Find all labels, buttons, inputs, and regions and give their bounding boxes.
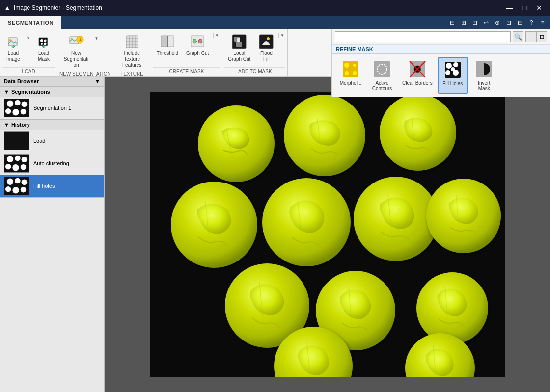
sidebar: Data Browser ▼ ▼ Segmentations — [0, 77, 105, 392]
history-section: ▼ History Load — [0, 120, 104, 198]
sidebar-header-label: Data Browser — [4, 78, 39, 84]
create-mask-dropdown[interactable]: ▼ — [213, 33, 220, 38]
clear-borders-button[interactable]: Clear Borders — [399, 57, 436, 94]
svg-point-71 — [21, 109, 27, 115]
svg-point-81 — [7, 179, 13, 185]
history-label: History — [11, 122, 30, 128]
threshold-button[interactable]: Threshold — [153, 31, 182, 58]
fill-holes-button[interactable]: Fill Holes — [438, 57, 468, 94]
refine-grid-view[interactable]: ⊞ — [536, 31, 547, 42]
ribbon-group-texture-items: Include TextureFeatures — [115, 31, 149, 70]
include-texture-button[interactable]: Include TextureFeatures — [115, 31, 149, 70]
segmentation-1-item[interactable]: Segmentation 1 — [0, 97, 104, 119]
svg-rect-2 — [39, 38, 48, 46]
main-layout: Data Browser ▼ ▼ Segmentations — [0, 77, 550, 392]
svg-point-23 — [198, 39, 202, 43]
svg-point-36 — [344, 63, 349, 68]
svg-point-1 — [9, 39, 11, 41]
history-auto-thumb — [4, 154, 29, 173]
graph-cut-label: Graph Cut — [186, 51, 209, 56]
history-auto-item[interactable]: Auto clustering — [0, 152, 104, 175]
new-segmentation-button[interactable]: + NewSegmentation — [59, 31, 93, 70]
clear-borders-icon — [408, 59, 427, 79]
clear-borders-label: Clear Borders — [402, 80, 433, 86]
new-seg-dropdown[interactable]: ▼ — [93, 31, 100, 45]
sidebar-header[interactable]: Data Browser ▼ — [0, 77, 104, 87]
ribbon-btn-5[interactable]: ⊕ — [492, 17, 503, 28]
minimize-button[interactable]: — — [503, 1, 517, 15]
ribbon-group-texture: Include TextureFeatures TEXTURE — [113, 29, 151, 76]
refine-mask-items: Morphol... ActiveContours — [332, 54, 550, 97]
refine-list-view[interactable]: ≡ — [525, 31, 536, 42]
svg-point-76 — [22, 157, 28, 163]
svg-rect-42 — [382, 61, 390, 69]
svg-point-66 — [7, 101, 13, 107]
add-mask-dropdown[interactable]: ▼ — [278, 33, 285, 38]
history-header[interactable]: ▼ History — [0, 120, 104, 130]
active-contours-label: ActiveContours — [372, 80, 392, 91]
invert-mask-button[interactable]: InvertMask — [469, 57, 499, 94]
svg-point-55 — [446, 63, 452, 69]
canvas-area[interactable] — [105, 77, 550, 392]
local-graph-cut-button[interactable]: LocalGraph Cut — [224, 31, 254, 64]
segmentations-header[interactable]: ▼ Segmentations — [0, 87, 104, 97]
load-mask-button[interactable]: LoadMask — [32, 31, 55, 64]
ribbon-btn-1[interactable]: ⊟ — [447, 17, 458, 28]
ribbon-btn-6[interactable]: ⊡ — [503, 17, 514, 28]
tab-segmentation[interactable]: SEGMENTATION — [0, 16, 61, 29]
svg-point-4 — [44, 40, 47, 42]
local-graph-label: LocalGraph Cut — [228, 51, 250, 62]
flood-fill-button[interactable]: FloodFill — [255, 31, 277, 64]
ribbon-content: LoadImage ▼ — [0, 29, 550, 76]
refine-search-row: 🔍 ≡ ⊞ — [332, 29, 550, 45]
svg-point-86 — [21, 187, 27, 193]
svg-point-39 — [353, 71, 357, 75]
ribbon-btn-4[interactable]: ↩ — [481, 17, 492, 28]
texture-label: Include TextureFeatures — [119, 51, 145, 68]
history-load-thumb — [4, 131, 29, 150]
ribbon-group-create-items: Threshold Graph Cut ▼ — [153, 31, 220, 67]
refine-search-button[interactable]: 🔍 — [513, 31, 523, 42]
segmentations-arrow: ▼ — [4, 89, 9, 95]
history-load-item[interactable]: Load — [0, 130, 104, 152]
threshold-label: Threshold — [157, 51, 178, 56]
refine-mask-panel: 🔍 ≡ ⊞ REFINE MASK — [331, 29, 550, 97]
ribbon: SEGMENTATION ⊟ ⊞ ⊡ ↩ ⊕ ⊡ ⊟ ? ≡ — [0, 16, 550, 77]
active-contours-button[interactable]: ActiveContours — [367, 57, 397, 94]
svg-point-82 — [15, 178, 21, 184]
ribbon-btn-help[interactable]: ? — [526, 17, 537, 28]
ribbon-btn-2[interactable]: ⊞ — [458, 17, 469, 28]
ribbon-group-add-items: LocalGraph Cut FloodFill ▼ — [224, 31, 285, 67]
ribbon-group-newseg: + NewSegmentation ▼ NEW SEGMENTATION — [57, 29, 113, 76]
close-button[interactable]: ✕ — [532, 1, 546, 15]
ribbon-btn-7[interactable]: ⊟ — [515, 17, 525, 28]
ribbon-group-load-items: LoadImage ▼ — [2, 31, 55, 67]
load-image-label: LoadImage — [6, 51, 20, 62]
morphol-button[interactable]: Morphol... — [336, 57, 365, 94]
svg-rect-61 — [476, 61, 484, 69]
history-fill-item[interactable]: Fill holes — [0, 175, 104, 197]
svg-point-3 — [40, 39, 43, 42]
svg-rect-41 — [374, 61, 382, 69]
ribbon-btn-8[interactable]: ≡ — [537, 17, 548, 28]
ribbon-btn-3[interactable]: ⊡ — [469, 17, 480, 28]
svg-point-75 — [15, 156, 21, 161]
app-icon: ▲ — [4, 4, 11, 12]
flood-fill-icon — [258, 34, 274, 50]
image-canvas — [150, 92, 505, 377]
local-graph-icon — [231, 34, 247, 50]
title-bar-controls: — □ ✕ — [503, 1, 546, 15]
load-image-dropdown[interactable]: ▼ — [25, 31, 31, 45]
load-image-button[interactable]: LoadImage — [2, 31, 25, 64]
svg-point-8 — [71, 38, 73, 40]
maximize-button[interactable]: □ — [518, 1, 531, 15]
refine-search-input[interactable] — [335, 31, 511, 42]
ribbon-tabs: SEGMENTATION ⊟ ⊞ ⊡ ↩ ⊕ ⊡ ⊟ ? ≡ — [0, 16, 550, 29]
graph-cut-button[interactable]: Graph Cut — [183, 31, 212, 58]
flood-fill-label: FloodFill — [260, 51, 273, 62]
texture-icon — [124, 34, 140, 50]
new-segmentation-label: NewSegmentation — [63, 51, 89, 68]
newseg-group-label: NEW SEGMENTATION — [59, 70, 111, 78]
active-contours-icon — [372, 59, 392, 79]
fill-holes-label: Fill Holes — [442, 81, 463, 86]
